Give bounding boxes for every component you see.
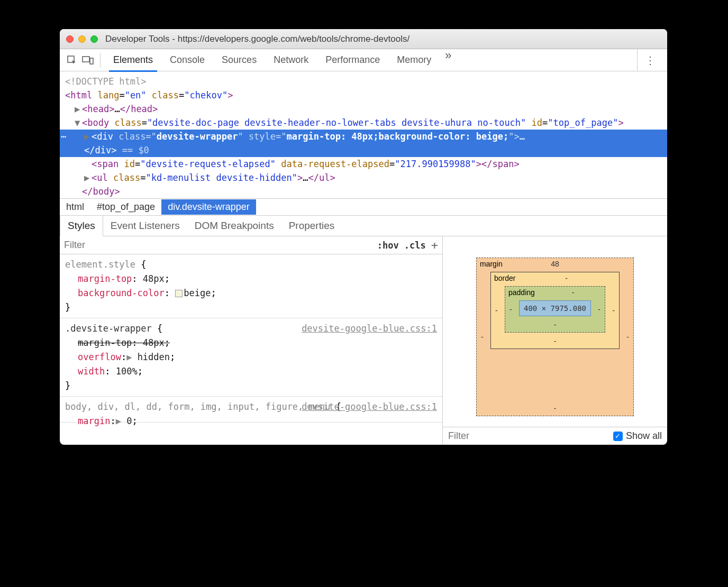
content-size: 400 × 7975.080 bbox=[519, 300, 591, 316]
svg-rect-1 bbox=[83, 57, 89, 62]
padding-label: padding bbox=[508, 288, 535, 297]
computed-pane: margin 48 - - - border - - - - padding bbox=[443, 236, 667, 445]
prop-value[interactable]: 0 bbox=[126, 416, 132, 426]
sidebar-tabs: Styles Event Listeners DOM Breakpoints P… bbox=[60, 216, 667, 236]
prop-name[interactable]: margin-top bbox=[78, 273, 132, 284]
box-model[interactable]: margin 48 - - - border - - - - padding bbox=[443, 236, 667, 427]
margin-label: margin bbox=[480, 260, 503, 268]
styles-filter-input[interactable] bbox=[64, 240, 377, 251]
menu-icon[interactable]: ⋮ bbox=[637, 49, 663, 71]
rule-body-etc[interactable]: devsite-google-blue.css:1 body, div, dl,… bbox=[60, 397, 442, 423]
prop-value[interactable]: 100% bbox=[116, 366, 138, 377]
rule-selector: element.style bbox=[65, 259, 135, 270]
margin-right-value: - bbox=[626, 333, 629, 341]
body-close: </body> bbox=[65, 185, 662, 198]
styles-filter-row: :hov .cls + bbox=[60, 236, 442, 254]
tab-elements[interactable]: Elements bbox=[105, 49, 161, 71]
head-tag[interactable]: ▶<head>…</head> bbox=[65, 102, 662, 116]
prop-name[interactable]: margin bbox=[78, 416, 110, 426]
styles-panel: Styles Event Listeners DOM Breakpoints P… bbox=[60, 215, 667, 445]
subtab-styles[interactable]: Styles bbox=[60, 216, 103, 236]
computed-filter-row: ✓ Show all bbox=[443, 427, 667, 445]
breadcrumb-body[interactable]: #top_of_page bbox=[90, 199, 161, 215]
margin-top-value: 48 bbox=[551, 260, 559, 268]
tab-network[interactable]: Network bbox=[265, 49, 317, 71]
zoom-button[interactable] bbox=[90, 35, 98, 43]
margin-left-value: - bbox=[481, 333, 484, 341]
rule-selector: body, div, dl, dd, form, img, input, fig… bbox=[65, 401, 331, 412]
traffic-lights bbox=[66, 35, 98, 43]
styles-rules: :hov .cls + element.style { margin-top: … bbox=[60, 236, 443, 445]
selected-node[interactable]: ⋯ ▶<div class="devsite-wrapper" style="m… bbox=[60, 130, 667, 157]
html-tag[interactable]: <html lang="en" class="chekov"> bbox=[65, 88, 662, 102]
computed-filter-input[interactable] bbox=[448, 430, 613, 442]
prop-value[interactable]: 48px bbox=[143, 337, 165, 348]
rule-devsite-wrapper[interactable]: devsite-google-blue.css:1 .devsite-wrapp… bbox=[60, 318, 442, 397]
tabs-overflow[interactable]: » bbox=[440, 49, 457, 71]
panel-tabs: Elements Console Sources Network Perform… bbox=[105, 49, 637, 71]
breadcrumb-html[interactable]: html bbox=[60, 199, 90, 215]
prop-name[interactable]: background-color bbox=[78, 288, 165, 298]
rule-source[interactable]: devsite-google-blue.css:1 bbox=[302, 322, 437, 336]
breadcrumb: html #top_of_page div.devsite-wrapper bbox=[60, 198, 667, 215]
minimize-button[interactable] bbox=[78, 35, 86, 43]
subtab-event-listeners[interactable]: Event Listeners bbox=[103, 216, 187, 236]
rule-selector: .devsite-wrapper bbox=[65, 323, 152, 334]
subtab-properties[interactable]: Properties bbox=[281, 216, 342, 236]
body-tag[interactable]: ▼<body class="devsite-doc-page devsite-h… bbox=[65, 116, 662, 130]
new-rule-button[interactable]: + bbox=[431, 239, 438, 252]
devtools-window: Developer Tools - https://developers.goo… bbox=[60, 29, 667, 445]
span-tag[interactable]: <span id="devsite-request-elapsed" data-… bbox=[65, 157, 662, 171]
main-toolbar: Elements Console Sources Network Perform… bbox=[60, 49, 667, 71]
hov-toggle[interactable]: :hov bbox=[377, 240, 399, 251]
prop-value[interactable]: beige bbox=[184, 288, 211, 298]
margin-bottom-value: - bbox=[554, 404, 557, 412]
prop-name[interactable]: margin-top bbox=[78, 337, 132, 348]
prop-value[interactable]: 48px bbox=[143, 273, 165, 284]
ul-tag[interactable]: ▶<ul class="kd-menulist devsite-hidden">… bbox=[65, 171, 662, 185]
tab-console[interactable]: Console bbox=[161, 49, 213, 71]
tab-memory[interactable]: Memory bbox=[388, 49, 440, 71]
show-all-label: Show all bbox=[626, 430, 662, 442]
tab-sources[interactable]: Sources bbox=[213, 49, 265, 71]
subtab-dom-breakpoints[interactable]: DOM Breakpoints bbox=[187, 216, 281, 236]
color-swatch[interactable] bbox=[175, 290, 183, 297]
rule-source[interactable]: devsite-google-blue.css:1 bbox=[302, 400, 437, 414]
doctype-line: <!DOCTYPE html> bbox=[65, 75, 662, 88]
dom-tree[interactable]: <!DOCTYPE html> <html lang="en" class="c… bbox=[60, 71, 667, 198]
close-button[interactable] bbox=[66, 35, 74, 43]
prop-name[interactable]: overflow bbox=[78, 352, 121, 362]
border-label: border bbox=[494, 274, 515, 282]
show-all-checkbox[interactable]: ✓ bbox=[613, 432, 623, 441]
cls-toggle[interactable]: .cls bbox=[404, 240, 426, 251]
svg-rect-2 bbox=[90, 58, 93, 64]
breadcrumb-selected[interactable]: div.devsite-wrapper bbox=[161, 199, 256, 215]
prop-name[interactable]: width bbox=[78, 366, 105, 377]
prop-value[interactable]: hidden bbox=[138, 352, 170, 362]
rules-list: element.style { margin-top: 48px; backgr… bbox=[60, 254, 442, 445]
inspect-icon[interactable] bbox=[64, 52, 80, 68]
separator bbox=[100, 53, 101, 68]
tab-performance[interactable]: Performance bbox=[317, 49, 388, 71]
device-toggle-icon[interactable] bbox=[80, 52, 96, 68]
titlebar: Developer Tools - https://developers.goo… bbox=[60, 29, 667, 49]
styles-content: :hov .cls + element.style { margin-top: … bbox=[60, 236, 667, 445]
rule-element-style[interactable]: element.style { margin-top: 48px; backgr… bbox=[60, 254, 442, 318]
window-title: Developer Tools - https://developers.goo… bbox=[105, 34, 410, 44]
